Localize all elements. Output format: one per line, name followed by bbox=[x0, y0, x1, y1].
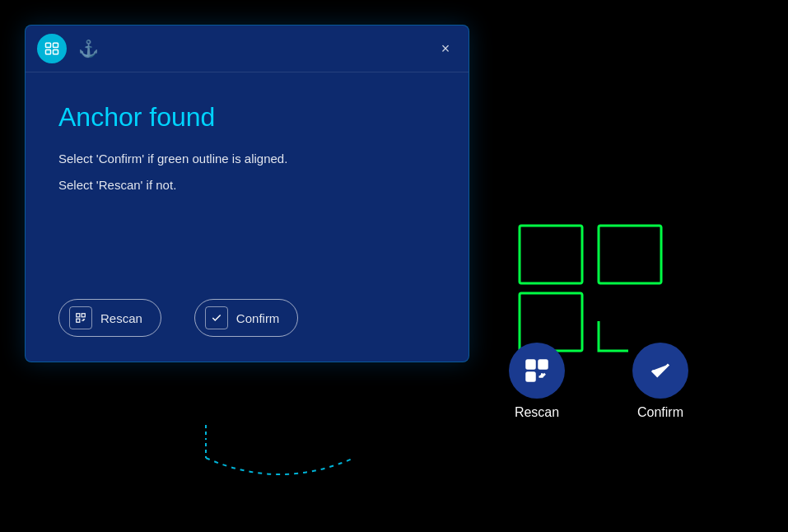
panel-title-icon bbox=[37, 34, 67, 63]
ar-confirm-group: Confirm bbox=[632, 343, 688, 420]
confirm-icon-panel bbox=[205, 306, 228, 329]
svg-rect-1 bbox=[54, 43, 58, 47]
svg-rect-13 bbox=[539, 361, 548, 369]
anchor-found-panel: ⚓ × Anchor found Select 'Confirm' if gre… bbox=[25, 25, 469, 362]
ar-grid-overlay bbox=[516, 222, 664, 354]
panel-title: Anchor found bbox=[58, 102, 436, 133]
panel-instruction-1: Select 'Confirm' if green outline is ali… bbox=[58, 149, 436, 169]
ar-rescan-group: Rescan bbox=[509, 343, 565, 420]
svg-rect-5 bbox=[82, 314, 85, 317]
ar-rescan-button[interactable] bbox=[509, 343, 565, 399]
rescan-button[interactable]: Rescan bbox=[58, 299, 161, 337]
panel-titlebar: ⚓ × bbox=[26, 26, 469, 72]
rescan-icon bbox=[69, 306, 92, 329]
ar-confirm-button[interactable] bbox=[632, 343, 688, 399]
svg-rect-2 bbox=[46, 50, 51, 54]
svg-rect-12 bbox=[527, 361, 535, 369]
svg-rect-9 bbox=[520, 226, 582, 283]
ar-rescan-label: Rescan bbox=[515, 405, 559, 420]
rescan-label: Rescan bbox=[100, 311, 142, 325]
svg-rect-10 bbox=[599, 226, 661, 283]
svg-rect-3 bbox=[54, 50, 58, 54]
panel-instruction-2: Select 'Rescan' if not. bbox=[58, 175, 436, 195]
panel-content: Anchor found Select 'Confirm' if green o… bbox=[26, 72, 469, 362]
svg-rect-6 bbox=[77, 319, 80, 322]
anchor-icon: ⚓ bbox=[78, 39, 99, 58]
ar-overlay-area: Rescan Confirm bbox=[475, 222, 722, 420]
panel-buttons: Rescan Confirm bbox=[58, 282, 436, 337]
ar-confirm-label: Confirm bbox=[637, 405, 683, 420]
svg-rect-4 bbox=[77, 314, 80, 317]
connector-arc bbox=[132, 425, 428, 491]
close-button[interactable]: × bbox=[434, 37, 457, 60]
ar-buttons-row: Rescan Confirm bbox=[475, 343, 722, 420]
svg-rect-14 bbox=[527, 373, 535, 381]
svg-rect-0 bbox=[46, 43, 51, 47]
confirm-button-panel[interactable]: Confirm bbox=[194, 299, 299, 337]
confirm-label-panel: Confirm bbox=[236, 311, 280, 325]
